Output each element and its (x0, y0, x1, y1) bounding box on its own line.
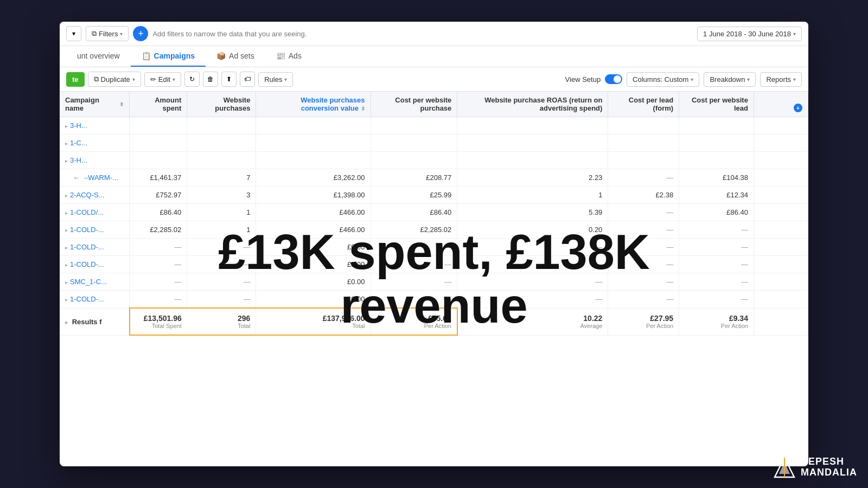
toolbar-left: ▾ ⧉ Filters ▾ + Add filters to narrow th… (66, 26, 693, 41)
reports-label: Reports (766, 75, 791, 84)
export-button[interactable]: ⬆ (221, 72, 237, 87)
table-row: ▸2-ACQ-S... £752.97 3 £1,398.00 £25.99 1… (60, 187, 808, 204)
toolbar-right: 1 June 2018 - 30 June 2018 ▾ (697, 27, 802, 41)
tab-campaigns-label: Campaigns (154, 52, 195, 60)
col-website-purchases[interactable]: Website purchases (187, 92, 256, 117)
campaign-name-cell[interactable]: ▸1-COLD-... (60, 291, 130, 309)
results-roas: 10.22 Average (457, 308, 608, 335)
col-roas[interactable]: Website purchase ROAS (return on adverti… (457, 92, 608, 117)
filter-placeholder: Add filters to narrow the data that you … (152, 30, 307, 38)
breakdown-label: Breakdown (710, 75, 745, 84)
view-setup-label: View Setup (565, 75, 601, 84)
results-conversion-value: £137,936.00 Total (256, 308, 371, 335)
edit-icon: ✏ (150, 75, 156, 84)
col-campaign-name[interactable]: Campaign name ⬍ (60, 92, 130, 117)
results-amount-spent: £13,501.96 Total Spent (130, 308, 187, 335)
filters-chevron: ▾ (120, 31, 123, 37)
tab-account-overview[interactable]: unt overview (66, 46, 131, 67)
campaign-name-cell[interactable]: ▸SMC_1-C... (60, 273, 130, 291)
rules-button[interactable]: Rules ▾ (258, 72, 293, 87)
filter-icon: ⧉ (92, 29, 97, 38)
table-row: ▸1-COLD-... — — £0.00 — — — — (60, 239, 808, 256)
table-row: ▸SMC_1-C... — — £0.00 — — — — (60, 273, 808, 291)
tabs-row: unt overview 📋 Campaigns 📦 Ad sets 📰 Ads (60, 46, 808, 67)
table-row: ▸1-COLD-... £2,285.02 1 £466.00 £2,285.0… (60, 221, 808, 239)
duplicate-icon: ⧉ (94, 75, 99, 84)
tab-account-label: unt overview (77, 52, 120, 60)
duplicate-button[interactable]: ⧉ Duplicate ▾ (88, 72, 141, 87)
breakdown-button[interactable]: Breakdown ▾ (704, 72, 756, 87)
results-purchases: 296 Total (187, 308, 256, 335)
filters-button[interactable]: ⧉ Filters ▾ (86, 26, 129, 41)
col-add[interactable]: + (754, 92, 808, 117)
tab-ad-sets[interactable]: 📦 Ad sets (206, 46, 265, 67)
campaign-name-cell[interactable]: ▸1-COLD-... (60, 239, 130, 256)
reports-button[interactable]: Reports ▾ (760, 72, 802, 87)
campaigns-table: Campaign name ⬍ Amount spent Website pur… (60, 92, 808, 336)
campaign-name-cell[interactable]: ▸1-COLD-... (60, 221, 130, 239)
create-button[interactable]: te (66, 72, 85, 87)
columns-chevron: ▾ (691, 76, 693, 82)
campaign-name-cell[interactable]: ▸1-COLD-... (60, 256, 130, 273)
table-row: ▸3-H... (60, 152, 808, 169)
tab-ads[interactable]: 📰 Ads (265, 46, 312, 67)
brand-name-line1: DEPESH (801, 457, 857, 467)
col-sort-icon: ⬍ (361, 106, 365, 112)
brand-name-line2: MANDALIA (801, 467, 857, 478)
table-row: ▸1-COLD/... £86.40 1 £466.00 £86.40 5.39… (60, 204, 808, 221)
toolbar: ▾ ⧉ Filters ▾ + Add filters to narrow th… (60, 22, 808, 46)
breakdown-chevron: ▾ (747, 76, 750, 82)
tab-ad-sets-label: Ad sets (229, 52, 254, 60)
add-filter-button[interactable]: + (133, 26, 148, 41)
view-setup-toggle[interactable] (605, 74, 622, 84)
rules-chevron: ▾ (284, 76, 287, 82)
date-range-value: 1 June 2018 - 30 June 2018 (703, 30, 791, 38)
col-conversion-value[interactable]: Website purchases conversion value ⬍ (256, 92, 371, 117)
ads-icon: 📰 (276, 52, 285, 60)
table-container: Campaign name ⬍ Amount spent Website pur… (60, 92, 808, 466)
results-label-cell: ▸ Results f (60, 308, 130, 335)
duplicate-chevron: ▾ (132, 76, 135, 82)
main-window: ▾ ⧉ Filters ▾ + Add filters to narrow th… (60, 22, 808, 466)
table-row: ▸3-H... (60, 117, 808, 134)
refresh-button[interactable]: ↻ (184, 72, 200, 87)
delete-button[interactable]: 🗑 (203, 72, 218, 87)
campaigns-icon: 📋 (142, 52, 151, 60)
col-cost-per-lead-web[interactable]: Cost per website lead (679, 92, 754, 117)
col-cost-per-purchase[interactable]: Cost per website purchase (371, 92, 457, 117)
tab-ads-label: Ads (289, 52, 302, 60)
edit-chevron: ▾ (173, 76, 175, 82)
results-cost-per-purchase: £45.61 Per Action (371, 308, 457, 335)
brand-name-block: DEPESH MANDALIA (801, 457, 857, 478)
table-row: ← ·-WARM-... £1,461.37 7 £3,262.00 £208.… (60, 169, 808, 187)
action-row: te ⧉ Duplicate ▾ ✏ Edit ▾ ↻ 🗑 ⬆ 🏷 Rules … (60, 67, 808, 92)
toggle-knob (614, 75, 621, 83)
table-row: ▸1-COLD-... — — £0.00 — — — — (60, 256, 808, 273)
col-amount-spent[interactable]: Amount spent (130, 92, 187, 117)
edit-button[interactable]: ✏ Edit ▾ (144, 72, 181, 87)
results-cost-lead-web: £9.34 Per Action (679, 308, 754, 335)
results-row: ▸ Results f £13,501.96 Total Spent 296 T… (60, 308, 808, 335)
columns-button[interactable]: Columns: Custom ▾ (627, 72, 699, 87)
campaign-name-cell[interactable]: ▸3-H... (60, 152, 130, 169)
col-cost-per-lead-form[interactable]: Cost per lead (form) (608, 92, 679, 117)
action-row-right: View Setup Columns: Custom ▾ Breakdown ▾… (565, 72, 802, 87)
tag-button[interactable]: 🏷 (240, 72, 255, 87)
table-row: ▸1-C... (60, 134, 808, 152)
table-row: ▸1-COLD-... — — £0.00 — — — — (60, 291, 808, 309)
back-button[interactable]: ▾ (66, 26, 81, 41)
date-range-chevron: ▾ (793, 31, 796, 37)
campaign-name-cell[interactable]: ▸3-H... (60, 117, 130, 134)
campaign-name-cell[interactable]: ▸2-ACQ-S... (60, 187, 130, 204)
ad-sets-icon: 📦 (216, 52, 226, 60)
results-label: Results f (72, 318, 102, 326)
results-expand[interactable]: ▸ (65, 319, 68, 325)
campaign-name-cell[interactable]: ← ·-WARM-... (60, 169, 130, 187)
add-column-icon[interactable]: + (794, 104, 802, 112)
columns-label: Columns: Custom (633, 75, 688, 84)
reports-chevron: ▾ (793, 76, 796, 82)
date-range-picker[interactable]: 1 June 2018 - 30 June 2018 ▾ (697, 27, 802, 41)
tab-campaigns[interactable]: 📋 Campaigns (131, 46, 206, 67)
campaign-name-cell[interactable]: ▸1-C... (60, 134, 130, 152)
campaign-name-cell[interactable]: ▸1-COLD/... (60, 204, 130, 221)
